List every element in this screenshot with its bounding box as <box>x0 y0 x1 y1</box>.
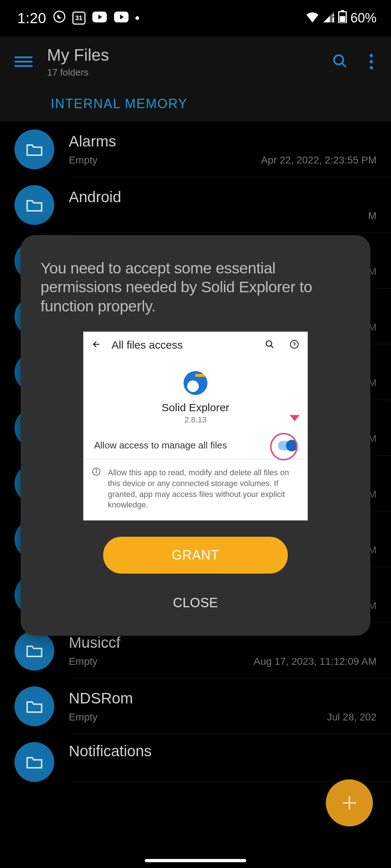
folder-icon <box>14 742 54 782</box>
settings-title: All files access <box>112 339 255 351</box>
svg-point-17 <box>96 469 97 470</box>
help-icon <box>290 340 299 350</box>
file-name: Android <box>69 188 377 206</box>
file-date: M <box>368 210 377 222</box>
menu-icon[interactable] <box>14 56 33 67</box>
grant-button[interactable]: GRANT <box>103 537 288 574</box>
svg-point-14 <box>290 341 298 349</box>
svg-line-13 <box>271 346 273 348</box>
app-version: 2.8.13 <box>91 415 300 425</box>
list-item[interactable]: Android M <box>0 177 391 233</box>
more-options-icon[interactable] <box>370 54 373 69</box>
app-header: My Files 17 folders <box>0 36 391 87</box>
file-name: Alarms <box>69 133 377 150</box>
status-time: 1:20 <box>17 10 46 26</box>
youtube-icon <box>92 10 107 26</box>
settings-preview-card: All files access Solid Explorer 2.8.13 A… <box>83 332 308 520</box>
folder-icon <box>14 631 54 671</box>
search-icon[interactable] <box>332 53 348 71</box>
battery-icon <box>338 10 347 26</box>
info-text: Allow this app to read, modify and delet… <box>108 467 299 510</box>
page-title: My Files <box>47 45 318 65</box>
whatsapp-icon <box>53 10 66 26</box>
dialog-message: You need to accept some essential permis… <box>41 259 350 315</box>
file-date: Aug 17, 2023, 11:12:09 AM <box>254 656 377 667</box>
signal-icon <box>323 10 335 26</box>
file-name: NDSRom <box>69 690 377 707</box>
list-item[interactable]: Alarms EmptyApr 22, 2022, 2:23:55 PM <box>0 122 391 177</box>
app-name: Solid Explorer <box>91 401 300 414</box>
status-bar: 1:20 31 60% <box>0 0 391 36</box>
file-date: Apr 22, 2022, 2:23:55 PM <box>261 154 377 166</box>
navigation-handle[interactable] <box>145 859 246 862</box>
file-sub: Empty <box>69 711 97 723</box>
tab-bar: INTERNAL MEMORY <box>0 87 391 122</box>
file-date: Jul 28, 202 <box>327 711 377 723</box>
add-button[interactable] <box>326 779 373 826</box>
file-name: Notifications <box>69 743 377 760</box>
back-icon <box>92 340 101 350</box>
svg-point-0 <box>54 11 65 22</box>
app-icon <box>184 371 207 395</box>
svg-point-8 <box>334 55 344 64</box>
list-item[interactable]: NDSRom EmptyJul 28, 202 <box>0 678 391 734</box>
svg-rect-3 <box>332 18 334 23</box>
files-access-toggle[interactable] <box>278 441 297 450</box>
search-icon <box>265 340 274 350</box>
close-button[interactable]: CLOSE <box>41 595 350 610</box>
file-sub: Empty <box>69 154 97 166</box>
wifi-icon <box>306 10 319 26</box>
svg-rect-7 <box>340 16 345 22</box>
folder-icon <box>14 686 54 726</box>
youtube-icon <box>114 10 129 26</box>
toggle-label: Allow access to manage all files <box>94 440 227 451</box>
file-sub: Empty <box>69 656 97 667</box>
svg-point-12 <box>266 341 272 346</box>
page-subtitle: 17 folders <box>47 67 318 78</box>
folder-icon <box>14 129 54 169</box>
permission-dialog: You need to accept some essential permis… <box>21 235 370 636</box>
battery-percent: 60% <box>350 10 377 26</box>
svg-line-9 <box>342 63 346 67</box>
file-name: Musiccf <box>69 634 377 651</box>
list-item[interactable]: Notifications <box>0 734 391 782</box>
svg-point-4 <box>332 14 334 16</box>
info-icon <box>92 467 101 510</box>
notification-dot-icon <box>135 16 139 20</box>
calendar-icon: 31 <box>72 12 85 25</box>
annotation-arrow-icon <box>287 408 302 426</box>
tab-internal-memory[interactable]: INTERNAL MEMORY <box>51 96 188 111</box>
folder-icon <box>14 185 54 225</box>
